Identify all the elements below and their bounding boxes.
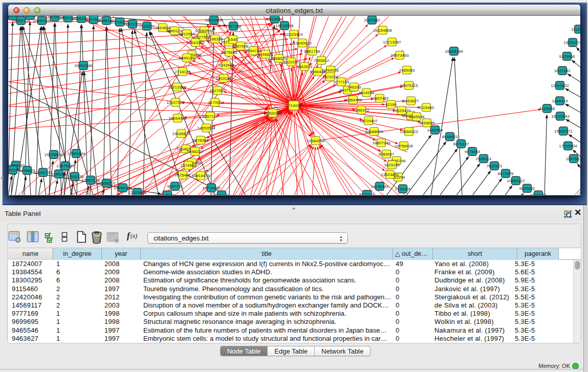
svg-text:10688609: 10688609 <box>365 129 383 134</box>
svg-text:3675685: 3675685 <box>221 50 237 55</box>
svg-text:16154808: 16154808 <box>374 28 392 33</box>
svg-text:8878354: 8878354 <box>192 138 209 143</box>
svg-text:939154: 939154 <box>8 168 20 172</box>
svg-text:12923445: 12923445 <box>128 190 146 195</box>
svg-text:7485063: 7485063 <box>399 68 415 73</box>
svg-text:2803144: 2803144 <box>215 76 232 81</box>
svg-text:2087682: 2087682 <box>364 18 380 23</box>
svg-text:9699695: 9699695 <box>419 121 435 125</box>
svg-text:12213967: 12213967 <box>383 40 401 45</box>
svg-text:1112053: 1112053 <box>571 27 580 32</box>
svg-text:9242848: 9242848 <box>218 63 234 68</box>
svg-text:15716485: 15716485 <box>202 186 221 190</box>
svg-text:18807249: 18807249 <box>372 141 390 145</box>
svg-text:19218506: 19218506 <box>275 24 294 28</box>
svg-text:5498222: 5498222 <box>187 149 203 154</box>
svg-text:9657791: 9657791 <box>167 184 183 189</box>
svg-text:9474444: 9474444 <box>464 149 481 154</box>
svg-text:17359924: 17359924 <box>67 151 85 156</box>
svg-text:62160: 62160 <box>385 102 397 107</box>
svg-text:16033809: 16033809 <box>205 18 223 23</box>
svg-text:2718126: 2718126 <box>175 70 191 74</box>
svg-text:10543382: 10543382 <box>186 40 205 45</box>
svg-text:12093822: 12093822 <box>551 83 569 88</box>
svg-text:9227342: 9227342 <box>554 69 571 73</box>
svg-text:8933431: 8933431 <box>359 192 375 195</box>
svg-text:1362615: 1362615 <box>296 64 313 69</box>
svg-text:9045501: 9045501 <box>159 193 176 195</box>
svg-text:12942737: 12942737 <box>34 170 52 175</box>
svg-text:13524851: 13524851 <box>381 172 399 177</box>
svg-text:10958107: 10958107 <box>97 181 116 186</box>
svg-text:1621078: 1621078 <box>322 75 338 79</box>
svg-text:6961758: 6961758 <box>304 49 320 54</box>
svg-text:10107552: 10107552 <box>166 100 185 105</box>
svg-text:1546: 1546 <box>228 37 237 42</box>
svg-text:1574961: 1574961 <box>180 163 197 168</box>
svg-text:1615152: 1615152 <box>384 163 400 167</box>
svg-text:19384554: 19384554 <box>307 139 325 143</box>
svg-text:8215955: 8215955 <box>539 106 555 111</box>
svg-text:9777169: 9777169 <box>333 80 350 84</box>
svg-text:1440954: 1440954 <box>427 128 443 133</box>
svg-text:9465546: 9465546 <box>408 115 425 119</box>
svg-text:8471676: 8471676 <box>497 171 514 176</box>
svg-text:9245652: 9245652 <box>519 186 535 191</box>
svg-text:9356172: 9356172 <box>530 193 547 195</box>
svg-text:18300295: 18300295 <box>264 111 282 116</box>
svg-text:8912954: 8912954 <box>179 32 195 36</box>
svg-text:20053346: 20053346 <box>74 63 93 68</box>
svg-text:12353594: 12353594 <box>197 126 215 130</box>
svg-text:16210643: 16210643 <box>551 114 570 119</box>
svg-text:16914479: 16914479 <box>191 173 210 178</box>
svg-text:19166829: 19166829 <box>172 132 190 136</box>
svg-text:17016504: 17016504 <box>559 144 577 148</box>
svg-text:7955812: 7955812 <box>313 58 330 63</box>
svg-text:8301131: 8301131 <box>214 193 230 195</box>
svg-text:7515526: 7515526 <box>139 24 155 29</box>
svg-text:2005334: 2005334 <box>22 16 38 18</box>
svg-text:16782759: 16782759 <box>114 186 132 190</box>
svg-text:20364456: 20364456 <box>344 98 362 102</box>
svg-text:6879197: 6879197 <box>453 142 469 146</box>
svg-text:8938923: 8938923 <box>442 135 458 139</box>
svg-text:1156829: 1156829 <box>19 168 35 173</box>
svg-text:9115460: 9115460 <box>419 105 434 110</box>
svg-text:8322037: 8322037 <box>283 60 299 64</box>
svg-text:10654112: 10654112 <box>507 179 526 183</box>
svg-text:8267110: 8267110 <box>203 114 219 119</box>
svg-text:20206536: 20206536 <box>45 152 63 157</box>
svg-text:11325419: 11325419 <box>285 32 303 37</box>
svg-text:12213389: 12213389 <box>168 85 186 90</box>
svg-text:8427552: 8427552 <box>209 89 226 93</box>
svg-text:19654923: 19654923 <box>400 129 418 134</box>
svg-text:12975115: 12975115 <box>400 83 419 88</box>
svg-text:10807487: 10807487 <box>371 96 389 101</box>
svg-text:417005: 417005 <box>208 100 222 105</box>
svg-text:7386372: 7386372 <box>353 108 369 113</box>
svg-text:1244419: 1244419 <box>552 99 568 103</box>
svg-text:2935114: 2935114 <box>476 157 492 161</box>
svg-text:16648784: 16648784 <box>445 49 463 54</box>
svg-text:9463627: 9463627 <box>403 99 419 103</box>
svg-text:1724000: 1724000 <box>286 103 302 108</box>
svg-text:746266: 746266 <box>347 85 361 90</box>
svg-text:15720407: 15720407 <box>359 119 378 123</box>
svg-text:19756928: 19756928 <box>395 144 413 148</box>
svg-text:9890123: 9890123 <box>179 56 195 60</box>
svg-text:1733426: 1733426 <box>395 187 411 191</box>
svg-text:2367608: 2367608 <box>232 44 249 49</box>
svg-text:15751074: 15751074 <box>563 40 580 45</box>
svg-text:10973493: 10973493 <box>390 53 409 58</box>
svg-text:9084067: 9084067 <box>378 152 395 157</box>
svg-text:15692971: 15692971 <box>554 129 573 134</box>
svg-text:9794028: 9794028 <box>322 68 339 73</box>
svg-text:1145194: 1145194 <box>51 172 67 177</box>
svg-text:8813054: 8813054 <box>267 17 283 21</box>
svg-text:13640910: 13640910 <box>293 41 312 46</box>
svg-text:7632621: 7632621 <box>486 164 503 168</box>
svg-text:3624554: 3624554 <box>358 91 375 95</box>
svg-text:1167533: 1167533 <box>566 157 580 161</box>
svg-text:9129966: 9129966 <box>559 54 575 59</box>
svg-text:(x): (x) <box>130 232 137 239</box>
